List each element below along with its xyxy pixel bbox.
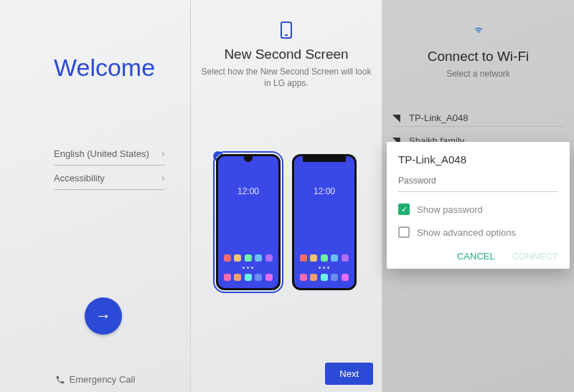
show-advanced-label: Show advanced options (417, 227, 516, 238)
app-grid-preview (300, 254, 349, 281)
chevron-right-icon: › (161, 148, 165, 159)
cancel-button[interactable]: CANCEL (457, 251, 495, 262)
arrow-right-icon: → (95, 307, 111, 325)
screen-option-flat[interactable]: 12:00 (292, 154, 357, 290)
language-selector[interactable]: English (United States) › (54, 142, 165, 166)
connect-button[interactable]: CONNECT (512, 251, 558, 262)
show-password-label: Show password (417, 204, 483, 215)
phone-icon (55, 375, 65, 385)
page-subtitle: Select how the New Second Screen will lo… (201, 66, 372, 89)
emergency-call-button[interactable]: Emergency Call (0, 374, 190, 385)
password-input[interactable] (398, 171, 558, 192)
page-title: New Second Screen (191, 47, 382, 62)
second-screen-setup: New Second Screen Select how the New Sec… (191, 0, 382, 392)
next-button[interactable]: Next (325, 363, 373, 385)
accessibility-label: Accessibility (54, 173, 105, 183)
screen-style-options: ✓ 12:00 12:00 (191, 154, 382, 290)
checkbox-unchecked-icon (398, 226, 410, 238)
show-advanced-option[interactable]: Show advanced options (398, 226, 558, 238)
wifi-password-dialog: TP-Link_A048 ✓ Show password Show advanc… (387, 142, 570, 269)
clock-preview: 12:00 (218, 186, 278, 196)
emergency-call-label: Emergency Call (70, 374, 136, 385)
next-fab-button[interactable]: → (85, 297, 122, 335)
language-value: English (United States) (54, 148, 149, 159)
dialog-actions: CANCEL CONNECT (398, 251, 558, 262)
phone-outline-icon (281, 21, 292, 39)
welcome-title: Welcome (54, 54, 155, 82)
wifi-screen: Connect to Wi-Fi Select a network ◥ TP-L… (382, 0, 574, 392)
chevron-right-icon: › (161, 172, 165, 183)
screen-option-notch[interactable]: ✓ 12:00 (216, 154, 281, 290)
app-grid-preview (224, 254, 273, 281)
welcome-screen: Welcome English (United States) › Access… (0, 0, 191, 392)
dialog-title: TP-Link_A048 (398, 153, 558, 166)
show-password-option[interactable]: ✓ Show password (398, 204, 558, 215)
clock-preview: 12:00 (294, 186, 354, 196)
accessibility-button[interactable]: Accessibility › (54, 166, 165, 190)
checkbox-checked-icon: ✓ (398, 204, 410, 215)
